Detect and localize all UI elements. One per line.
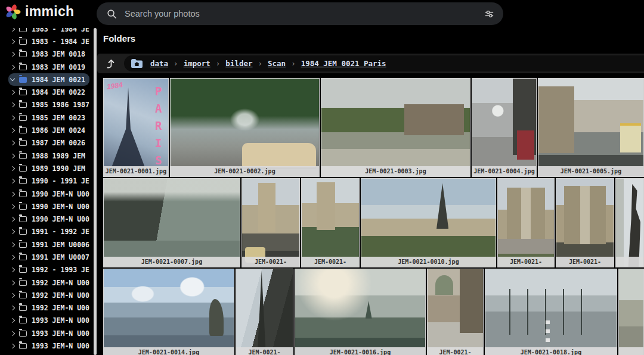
sidebar-folder-item[interactable]: 1990 JEM-N U0021 <box>8 213 89 225</box>
sidebar-folder-item[interactable]: 1985 1986 1987 JEM 0 <box>8 99 89 111</box>
chevron-icon[interactable] <box>10 204 15 209</box>
sidebar-folder-item[interactable]: 1990 - 1991 JEM-N U00 <box>8 175 89 188</box>
photo-thumbnail[interactable]: JEM-0021-0010.jpg <box>361 178 496 267</box>
folder-icon <box>19 305 27 311</box>
search-bar[interactable] <box>97 2 503 25</box>
chevron-icon[interactable] <box>10 191 15 196</box>
photo-thumbnail[interactable]: JEM-0021-0012.jpg <box>556 178 614 267</box>
chevron-icon[interactable] <box>10 90 15 95</box>
back-button[interactable] <box>105 58 117 70</box>
sidebar-folder-item[interactable]: 1983 JEM 0018 <box>8 48 89 61</box>
breadcrumb-path: dataimportbilderScan1984 JEM 0021 Paris <box>124 55 644 71</box>
sidebar-folder-item[interactable]: 1985 JEM 0023 <box>8 111 89 124</box>
photo-image <box>361 179 496 267</box>
chevron-icon[interactable] <box>10 115 15 120</box>
chevron-icon[interactable] <box>10 153 15 158</box>
chevron-icon[interactable] <box>10 102 15 107</box>
sidebar-folder-item[interactable]: 1986 JEM 0024 <box>8 124 89 136</box>
sidebar-folder-item[interactable]: 1992 JEM-N U0009 <box>8 276 89 289</box>
chevron-icon[interactable] <box>10 229 15 234</box>
sidebar-folder-item[interactable]: 1991 - 1992 JEM-N U00 <box>8 226 89 238</box>
folder-icon <box>19 242 27 248</box>
sidebar-folder-item[interactable]: 1993 JEM-N U0069 <box>8 327 89 340</box>
photo-thumbnail[interactable] <box>618 269 644 355</box>
photo-filename: JEM-0021-0018.jpg <box>485 347 617 355</box>
chevron-icon[interactable] <box>10 318 15 323</box>
chevron-icon[interactable] <box>10 267 15 272</box>
photo-thumbnail[interactable]: JEM-0021-0016.jpg <box>295 269 426 355</box>
app-logo[interactable]: immich <box>5 4 74 20</box>
sidebar-folder-item[interactable]: 1992 JEM-N U0017 <box>8 289 89 301</box>
sidebar-folder-item[interactable]: 1990 JEM-N U0020 <box>8 200 89 213</box>
photo-thumbnail[interactable]: 1984 PARIS JEM-0021-0001.jpg <box>103 78 169 177</box>
sidebar-folder-item[interactable]: 1987 JEM 0026 <box>8 137 89 150</box>
chevron-icon[interactable] <box>10 280 15 285</box>
chevron-icon[interactable] <box>10 76 15 81</box>
sidebar-folder-item[interactable]: 1989 1990 JEM 0028 <box>8 162 89 175</box>
photo-thumbnail[interactable]: JEM-0021-0008.jpg <box>242 178 300 267</box>
breadcrumb-link[interactable]: import <box>184 59 226 68</box>
photo-filename <box>619 347 643 355</box>
chevron-icon[interactable] <box>10 217 15 222</box>
sidebar-folder-item[interactable]: 1983 - 1984 JEM 0020 <box>8 35 89 48</box>
chevron-icon[interactable] <box>10 128 15 133</box>
chevron-icon[interactable] <box>10 39 15 44</box>
sidebar-folder-item[interactable]: 1984 JEM 0021 Paris <box>8 73 89 86</box>
sidebar-folder-item[interactable]: 1991 JEM U0007 <box>8 251 89 263</box>
photo-image <box>321 79 470 176</box>
photo-thumbnail[interactable]: JEM-0021-0002.jpg <box>170 78 320 177</box>
folder-icon <box>19 89 27 95</box>
search-input[interactable] <box>125 9 484 18</box>
sidebar-folder-item[interactable]: 1984 JEM 0022 <box>8 86 89 98</box>
breadcrumb-link[interactable]: Scan <box>268 59 301 68</box>
photo-overlay-text: PARIS <box>152 85 165 171</box>
folder-icon <box>19 280 27 286</box>
photo-thumbnail[interactable]: JEM-0021-0005.jpg <box>538 78 644 177</box>
sidebar-folder-item[interactable]: 1992 JEM-N U0018 <box>8 302 89 314</box>
breadcrumb-link[interactable]: bilder <box>225 59 268 68</box>
sidebar-folder-item[interactable]: 1990 JEM-N U0019 <box>8 188 89 200</box>
chevron-icon[interactable] <box>10 179 15 183</box>
photo-filename: JEM-0021-0003.jpg <box>321 166 470 176</box>
photo-thumbnail[interactable]: JEM-0021-0004.jpg <box>472 78 537 177</box>
photo-thumbnail[interactable]: JEM-0021-0018.jpg <box>485 269 617 355</box>
sidebar-folder-item[interactable]: 1992 - 1993 JEM-N U00 <box>8 264 89 276</box>
chevron-icon[interactable] <box>10 141 15 145</box>
sidebar-folder-item[interactable]: 1991 JEM U0006 <box>8 238 89 251</box>
search-filter-icon[interactable] <box>484 8 495 20</box>
folder-icon <box>19 127 27 133</box>
photo-thumbnail[interactable] <box>615 178 644 267</box>
chevron-icon[interactable] <box>10 306 15 310</box>
chevron-icon[interactable] <box>10 344 15 348</box>
photo-image <box>472 79 536 176</box>
sidebar-folder-item[interactable]: 1983 JEM 0019 <box>8 61 89 73</box>
chevron-icon[interactable] <box>10 166 15 171</box>
photo-thumbnail[interactable]: JEM-0021-0003.jpg <box>321 78 470 177</box>
breadcrumb-link[interactable]: 1984 JEM 0021 Paris <box>301 59 386 68</box>
sidebar-folder-item[interactable]: 1993 JEM-N U0065 <box>8 314 89 327</box>
chevron-icon[interactable] <box>10 242 15 247</box>
chevron-icon[interactable] <box>10 255 15 260</box>
folder-label: 1987 JEM 0026 <box>32 139 85 147</box>
folder-icon <box>19 178 27 184</box>
photo-thumbnail[interactable]: JEM-0021-0011.jpg <box>497 178 555 267</box>
sidebar-folder-item[interactable]: 1993 JEM-N U0070 <box>8 340 89 352</box>
chevron-icon[interactable] <box>10 331 15 336</box>
photo-thumbnail[interactable]: JEM-0021-0009.jpg <box>301 178 360 267</box>
home-folder-button[interactable] <box>131 58 143 68</box>
chevron-icon[interactable] <box>10 293 15 298</box>
photo-thumbnail[interactable]: JEM-0021-0007.jpg <box>103 178 240 267</box>
photo-thumbnail[interactable]: JEM-0021-0015.jpg <box>236 269 293 355</box>
chevron-icon[interactable] <box>10 64 15 69</box>
photo-thumbnail[interactable]: JEM-0021-0014.jpg <box>103 269 234 355</box>
folder-icon <box>19 216 27 222</box>
breadcrumb-link[interactable]: data <box>150 59 184 68</box>
sidebar-scrollbar[interactable] <box>94 28 97 355</box>
chevron-icon[interactable] <box>10 52 15 57</box>
photo-filename: JEM-0021-0009.jpg <box>302 257 359 267</box>
folder-label: 1991 JEM U0007 <box>32 253 89 261</box>
page-title: Folders <box>103 33 135 43</box>
photo-image <box>236 269 293 355</box>
sidebar-folder-item[interactable]: 1988 1989 JEM 0027 <box>8 150 89 162</box>
photo-thumbnail[interactable]: JEM-0021-0017.jpg <box>427 269 484 355</box>
